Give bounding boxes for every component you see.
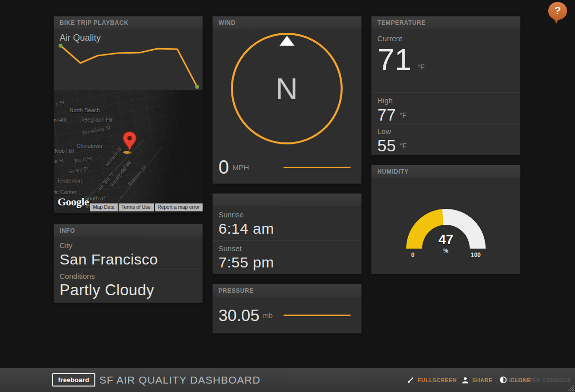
map-pin-icon (122, 131, 137, 154)
city-value: San Francisco (60, 251, 197, 267)
map-data-link[interactable]: Map Data (90, 203, 117, 211)
low-temp-unit: °F (400, 142, 407, 150)
panel-title: HUMIDITY (377, 168, 409, 175)
panel-header: HUMIDITY (371, 165, 520, 178)
panel-header: PRESSURE (213, 284, 361, 297)
sunset-section: Sunset 7:55 pm (213, 240, 361, 274)
air-quality-sparkline (54, 43, 203, 91)
map-label: ine St (54, 157, 64, 165)
terms-of-use-link[interactable]: Terms of Use (119, 203, 154, 211)
map-label: ivic Center (54, 189, 76, 195)
conditions-value: Partly Cloudy (60, 282, 197, 299)
panel-title: INFO (60, 227, 75, 234)
sunrise-value: 6:14 am (218, 220, 356, 237)
panel-header: TEMPERATURE (371, 16, 520, 29)
pressure-section: 30.05 mb (213, 297, 361, 333)
report-map-error-link[interactable]: Report a map error (155, 203, 203, 211)
fullscreen-label: FULLSCREEN (418, 377, 457, 383)
wind-speed-value: 0 (218, 157, 229, 178)
gauge-min-label: 0 (411, 252, 415, 259)
map[interactable]: y St North Beach an Hill Telegraph Hill … (54, 90, 203, 213)
panel-title: WIND (218, 19, 235, 26)
map-label: y St (55, 99, 65, 106)
panel-header: BIKE TRIP PLAYBACK (54, 16, 203, 29)
current-temp-value: 71 (377, 44, 412, 75)
humidity-gauge: 47 % 0 100 (406, 209, 486, 268)
wind-speed-section: 0 MPH (213, 151, 361, 184)
high-temp-label: High (377, 96, 514, 105)
gauge-max-label: 100 (471, 252, 481, 259)
pressure-sparkline (284, 315, 351, 316)
low-temp-label: Low (377, 127, 514, 135)
panel-title: TEMPERATURE (377, 19, 426, 26)
fullscreen-button[interactable]: FULLSCREEN (407, 368, 457, 392)
freeboard-logo[interactable]: freeboard (52, 373, 95, 387)
panel-sun: Sunrise 6:14 am Sunset 7:55 pm (213, 194, 361, 274)
map-label: Chinatown (76, 143, 102, 149)
high-temp-unit: °F (400, 111, 407, 119)
map-label: an Hill (54, 117, 66, 123)
conditions-label: Conditions (60, 272, 197, 280)
humidity-value: 47 (406, 232, 486, 248)
fullscreen-icon (407, 377, 414, 384)
map-label: Bush St (74, 155, 92, 164)
city-section: City San Francisco (54, 237, 203, 267)
map-label: Tenderloin (57, 178, 82, 184)
map-attribution: Map Data Terms of Use Report a map error (90, 203, 203, 211)
dashboard-title: SF AIR QUALITY DASHBOARD (99, 374, 261, 386)
current-temp-label: Current (377, 34, 514, 43)
map-label: Broadway St (82, 125, 111, 136)
panel-header: INFO (54, 224, 203, 237)
help-button[interactable]: ? (548, 2, 568, 21)
sparkline-start-dot (59, 44, 63, 48)
wind-direction-value: N (276, 71, 298, 106)
footer-bar: freeboard SF AIR QUALITY DASHBOARD FULLS… (0, 367, 575, 392)
panel-humidity: HUMIDITY 47 % 0 100 (371, 165, 520, 274)
dashboard: ? BIKE TRIP PLAYBACK Air Quality y St No… (0, 0, 575, 392)
map-label: Geary St (68, 166, 88, 175)
high-temp-section: High 77 °F (371, 92, 520, 123)
map-label: Brannan St (127, 164, 147, 187)
panel-pressure: PRESSURE 30.05 mb (213, 284, 361, 333)
panel-header (213, 194, 361, 206)
map-label: Telegraph Hill (80, 117, 114, 123)
panel-temperature: TEMPERATURE Current 71 °F High 77 °F Low… (371, 16, 520, 155)
sunset-value: 7:55 pm (218, 254, 356, 270)
wind-direction-pointer-icon (280, 36, 294, 46)
pressure-unit: mb (263, 312, 273, 320)
sunrise-label: Sunrise (218, 210, 356, 219)
panel-info: INFO City San Francisco Conditions Partl… (54, 224, 203, 303)
current-temp-section: Current 71 °F (371, 29, 520, 92)
chart-title: Air Quality (60, 33, 101, 43)
panel-header: WIND (213, 16, 361, 29)
map-label: North Beach (70, 107, 100, 113)
sunrise-section: Sunrise 6:14 am (213, 206, 361, 240)
panel-title: BIKE TRIP PLAYBACK (60, 19, 129, 26)
sparkline-end-dot (195, 85, 199, 89)
wind-compass: N (213, 29, 361, 151)
panel-bike-trip-playback: BIKE TRIP PLAYBACK Air Quality y St Nort… (54, 16, 203, 213)
low-temp-section: Low 55 °F (371, 123, 520, 155)
clone-icon (500, 376, 507, 384)
share-button[interactable]: SHARE (462, 368, 493, 392)
city-label: City (60, 241, 197, 250)
sunset-label: Sunset (218, 244, 356, 253)
wind-sparkline (284, 167, 351, 168)
panel-title: PRESSURE (218, 287, 254, 294)
clone-button[interactable]: CLONE (500, 368, 531, 392)
share-person-icon (462, 377, 469, 384)
help-label: ? (554, 4, 561, 17)
low-temp-value: 55 (377, 137, 396, 155)
compass-dial: N (231, 33, 343, 144)
map-label: Nob Hill (55, 148, 74, 154)
clone-label: CLONE (510, 377, 531, 383)
question-mark-icon: ? (548, 2, 567, 20)
conditions-section: Conditions Partly Cloudy (54, 267, 203, 303)
google-logo[interactable]: Google (58, 196, 89, 208)
pressure-value: 30.05 (218, 306, 260, 325)
panel-wind: WIND N 0 MPH (213, 16, 361, 184)
map-label: 4th St (97, 179, 109, 192)
current-temp-unit: °F (418, 63, 425, 71)
share-label: SHARE (472, 377, 493, 383)
wind-speed-unit: MPH (232, 163, 249, 172)
